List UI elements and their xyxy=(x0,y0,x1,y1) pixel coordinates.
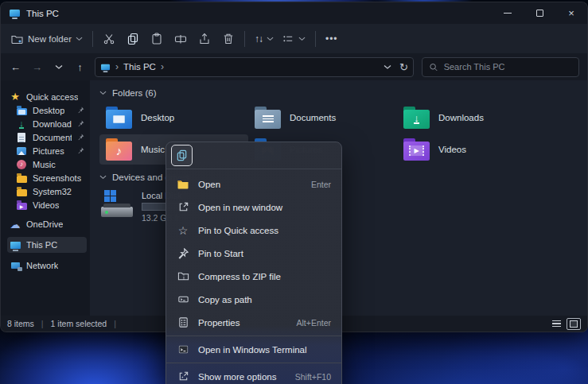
paste-button[interactable] xyxy=(150,33,163,45)
context-copy-button[interactable] xyxy=(171,145,193,166)
network-icon xyxy=(11,262,20,269)
music-icon: ♪ xyxy=(17,160,26,169)
sidebar-item-screenshots[interactable]: Screenshots xyxy=(7,171,87,184)
menu-item-open-windows-terminal[interactable]: Open in Windows Terminal xyxy=(166,338,341,361)
details-view-icon xyxy=(552,320,561,328)
pushpin-icon xyxy=(177,248,189,259)
details-view-button[interactable] xyxy=(549,318,563,330)
folder-tile-desktop[interactable]: Desktop xyxy=(99,103,248,133)
selection-count: 1 item selected xyxy=(51,319,107,328)
folder-tile-downloads[interactable]: ↓ Downloads xyxy=(397,103,546,133)
show-more-options-icon xyxy=(177,370,189,382)
this-pc-icon xyxy=(10,10,20,17)
this-pc-icon xyxy=(10,242,21,249)
sidebar-item-desktop[interactable]: Desktop xyxy=(7,103,87,117)
maximize-button[interactable] xyxy=(524,2,555,24)
zip-folder-icon xyxy=(177,270,189,282)
window-title: This PC xyxy=(26,9,59,18)
paste-icon xyxy=(150,33,163,45)
large-icons-view-button[interactable] xyxy=(567,318,581,330)
copy-as-path-icon xyxy=(177,293,189,305)
pin-icon xyxy=(77,147,84,154)
see-more-button[interactable]: ••• xyxy=(325,33,338,45)
copy-button[interactable] xyxy=(127,33,139,45)
sidebar-item-system32[interactable]: System32 xyxy=(7,184,87,198)
cut-button[interactable] xyxy=(103,33,115,45)
back-button[interactable]: ← xyxy=(6,57,25,76)
menu-item-copy-as-path[interactable]: Copy as path xyxy=(166,288,341,311)
cut-icon xyxy=(103,33,115,45)
title-bar[interactable]: This PC × xyxy=(1,2,587,24)
collapse-chevron-icon xyxy=(99,91,107,95)
quick-access-star-icon: ★ xyxy=(10,91,20,102)
new-folder-button[interactable]: New folder xyxy=(10,33,83,45)
pictures-icon xyxy=(17,147,26,155)
folder-tile-videos[interactable]: ▶ Videos xyxy=(397,134,546,165)
terminal-icon xyxy=(177,343,189,355)
sidebar-item-this-pc[interactable]: This PC xyxy=(7,237,87,253)
menu-item-compress-zip[interactable]: Compress to ZIP file xyxy=(166,265,341,288)
view-icon xyxy=(282,33,294,45)
menu-item-open-new-window[interactable]: Open in new window xyxy=(166,196,341,219)
local-disk-icon xyxy=(101,190,134,220)
address-dropdown-icon[interactable] xyxy=(384,64,391,70)
chevron-down-icon xyxy=(55,64,63,70)
share-button[interactable] xyxy=(198,33,211,45)
delete-button[interactable] xyxy=(222,33,235,45)
see-more-icon: ••• xyxy=(325,33,338,45)
copy-icon xyxy=(127,33,139,45)
rename-icon xyxy=(174,33,187,45)
sidebar-item-downloads[interactable]: ↓ Downloads xyxy=(7,117,87,130)
search-icon xyxy=(429,62,438,72)
documents-folder-icon xyxy=(255,110,281,129)
minimize-button[interactable] xyxy=(492,2,524,24)
sidebar-item-videos[interactable]: ▶ Videos xyxy=(7,198,87,211)
share-icon xyxy=(198,33,211,45)
sidebar-item-network[interactable]: Network xyxy=(7,258,87,273)
chevron-down-icon xyxy=(267,37,274,41)
maximize-icon xyxy=(536,10,543,17)
address-row: ← → ↑ › This PC › ↻ xyxy=(1,53,587,80)
up-button[interactable]: ↑ xyxy=(70,57,90,76)
sort-button[interactable]: ↑↓ xyxy=(255,33,274,45)
item-count: 8 items xyxy=(7,319,34,328)
refresh-button[interactable]: ↻ xyxy=(399,61,408,73)
address-bar[interactable]: › This PC › ↻ xyxy=(95,57,414,77)
rename-button[interactable] xyxy=(174,33,187,45)
menu-item-open[interactable]: Open Enter xyxy=(166,173,341,196)
menu-item-show-more-options[interactable]: Show more options Shift+F10 xyxy=(166,365,341,384)
menu-item-pin-quick-access[interactable]: ☆ Pin to Quick access xyxy=(166,219,341,242)
videos-folder-icon: ▶ xyxy=(403,142,430,161)
forward-button[interactable]: → xyxy=(27,57,47,76)
copy-icon xyxy=(176,149,188,161)
close-button[interactable]: × xyxy=(555,2,587,24)
folders-section-header[interactable]: Folders (6) xyxy=(99,87,587,99)
menu-item-pin-to-start[interactable]: Pin to Start xyxy=(166,242,341,265)
this-pc-icon xyxy=(101,64,110,70)
minimize-icon xyxy=(504,13,512,14)
downloads-folder-icon: ↓ xyxy=(403,110,430,129)
sidebar-item-documents[interactable]: Documents xyxy=(7,130,87,144)
folder-tile-documents[interactable]: Documents xyxy=(248,103,397,133)
sidebar-item-music[interactable]: ♪ Music xyxy=(7,157,87,171)
documents-icon xyxy=(18,133,25,142)
menu-separator xyxy=(166,363,341,363)
breadcrumb-separator: › xyxy=(115,61,119,72)
delete-icon xyxy=(222,33,235,45)
recent-locations-button[interactable] xyxy=(49,57,68,76)
sidebar-item-pictures[interactable]: Pictures xyxy=(7,144,87,157)
menu-item-properties[interactable]: Properties Alt+Enter xyxy=(166,311,341,334)
sidebar-item-quick-access[interactable]: ★ Quick access xyxy=(7,90,87,103)
search-input[interactable] xyxy=(444,62,572,72)
sidebar-item-onedrive[interactable]: ☁ OneDrive xyxy=(7,216,87,232)
onedrive-cloud-icon: ☁ xyxy=(10,219,21,230)
search-box[interactable] xyxy=(422,57,579,77)
large-icons-view-icon xyxy=(570,320,578,328)
breadcrumb-separator: › xyxy=(161,61,164,72)
sort-icon: ↑↓ xyxy=(255,33,263,45)
view-button[interactable] xyxy=(282,33,306,45)
navigation-pane: ★ Quick access Desktop ↓ Downloads Docum… xyxy=(1,80,90,316)
breadcrumb-this-pc[interactable]: This PC xyxy=(123,62,156,72)
toolbar-separator xyxy=(244,31,245,47)
open-folder-icon xyxy=(177,178,189,191)
